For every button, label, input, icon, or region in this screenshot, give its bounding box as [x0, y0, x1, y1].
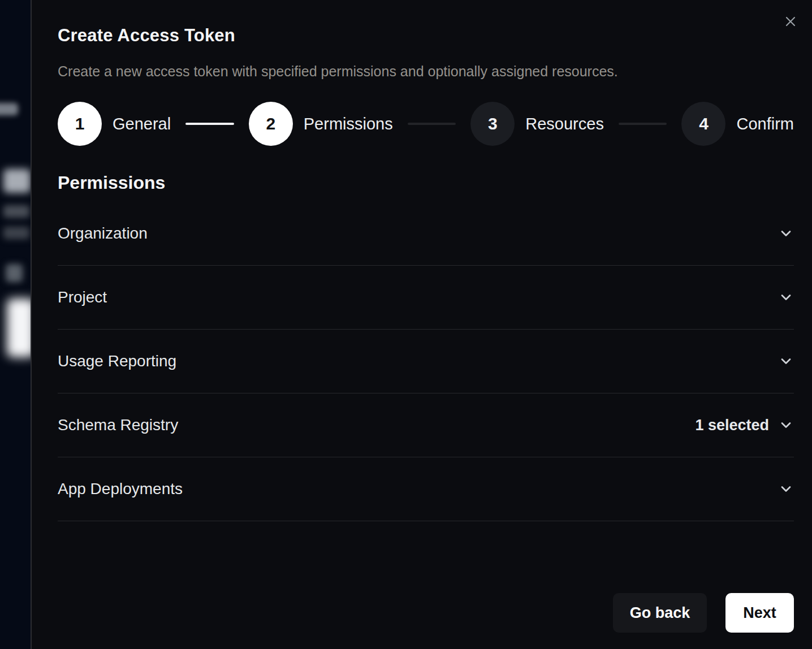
step-number: 2 — [249, 102, 293, 146]
permission-row-schema-registry[interactable]: Schema Registry 1 selected — [58, 393, 794, 457]
create-access-token-modal: Create Access Token Create a new access … — [31, 0, 812, 649]
modal-footer: Go back Next — [613, 593, 794, 633]
step-label: Confirm — [736, 115, 794, 133]
step-confirm[interactable]: 4 Confirm — [681, 102, 794, 146]
step-label: Permissions — [304, 115, 393, 133]
row-label: Usage Reporting — [58, 352, 769, 370]
step-label: Resources — [525, 115, 604, 133]
blurred-background-item — [3, 227, 29, 239]
row-label: Project — [58, 288, 769, 306]
close-button[interactable] — [779, 10, 802, 33]
blurred-background-item — [7, 298, 32, 357]
chevron-down-icon — [778, 226, 794, 241]
blurred-background-item — [6, 264, 23, 282]
modal-subtitle: Create a new access token with specified… — [58, 63, 794, 80]
permission-row-project[interactable]: Project — [58, 266, 794, 330]
step-number: 4 — [681, 102, 725, 146]
permission-row-usage-reporting[interactable]: Usage Reporting — [58, 330, 794, 393]
next-button[interactable]: Next — [725, 593, 794, 633]
permission-row-organization[interactable]: Organization — [58, 202, 794, 266]
modal-title: Create Access Token — [58, 25, 794, 46]
go-back-button[interactable]: Go back — [613, 593, 707, 633]
row-label: Schema Registry — [58, 416, 695, 434]
chevron-down-icon — [778, 417, 794, 433]
permission-row-app-deployments[interactable]: App Deployments — [58, 457, 794, 521]
selected-count: 1 selected — [695, 417, 769, 434]
step-connector — [408, 123, 456, 125]
row-label: Organization — [58, 224, 769, 243]
chevron-down-icon — [778, 289, 794, 305]
stepper: 1 General 2 Permissions 3 Resources 4 Co… — [58, 102, 794, 146]
step-resources[interactable]: 3 Resources — [470, 102, 604, 146]
blurred-background-item — [3, 205, 29, 218]
step-label: General — [113, 115, 171, 133]
step-number: 1 — [58, 102, 102, 146]
permissions-heading: Permissions — [58, 171, 794, 194]
blurred-background-item — [3, 169, 31, 193]
close-icon — [784, 15, 797, 28]
blurred-background-item — [0, 103, 18, 115]
step-permissions[interactable]: 2 Permissions — [249, 102, 393, 146]
step-connector — [619, 123, 667, 125]
background-page — [0, 0, 32, 649]
row-label: App Deployments — [58, 480, 769, 498]
step-general[interactable]: 1 General — [58, 102, 171, 146]
chevron-down-icon — [778, 353, 794, 369]
chevron-down-icon — [778, 481, 794, 497]
step-connector — [185, 123, 234, 125]
permissions-accordion: Organization Project Usage Reporting Sch… — [58, 202, 794, 521]
step-number: 3 — [470, 102, 515, 146]
